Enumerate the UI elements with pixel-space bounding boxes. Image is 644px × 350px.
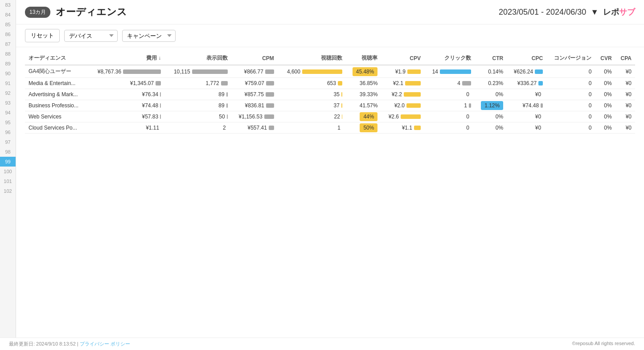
row-number: 83 [0, 0, 16, 10]
col-cpa[interactable]: CPA [615, 52, 635, 65]
col-cpc[interactable]: CPC [507, 52, 546, 65]
col-vtr[interactable]: 視聴率 [346, 52, 381, 65]
row-number: 86 [0, 29, 16, 39]
row-number: 84 [0, 10, 16, 20]
header-row: オーディエンス 費用 ↓ 表示回数 CPM 視聴回数 視聴率 CPV クリック数… [25, 52, 635, 65]
row-number: 89 [0, 59, 16, 69]
period-badge: 13カ月 [25, 7, 50, 18]
table-row: GA4関心ユーザー¥8,767.36 10,115 ¥866.77 4,600 … [25, 65, 635, 78]
table-row: Web Services¥57.83 50 ¥1,156.53 22 44%¥2… [25, 111, 635, 122]
col-cvr[interactable]: CVR [595, 52, 615, 65]
table-row: Advertising & Mark...¥76.34 89 ¥857.75 3… [25, 89, 635, 100]
col-views[interactable]: 視聴回数 [278, 52, 346, 65]
col-cost[interactable]: 費用 ↓ [87, 52, 164, 65]
reset-button[interactable]: リセット [25, 29, 60, 42]
toolbar: リセット デバイス キャンペーン [16, 24, 644, 47]
header: 13カ月 オーディエンス 2023/05/01 - 2024/06/30 ▼ レ… [16, 0, 644, 24]
table-row: Media & Entertain...¥1,345.07 1,772 ¥759… [25, 78, 635, 89]
col-impressions[interactable]: 表示回数 [164, 52, 231, 65]
date-range: 2023/05/01 - 2024/06/30 [499, 8, 586, 17]
date-range-dropdown[interactable]: ▼ [591, 8, 599, 17]
header-right: 2023/05/01 - 2024/06/30 ▼ レポサブ [499, 7, 635, 17]
row-number: 90 [0, 69, 16, 78]
campaign-dropdown[interactable]: キャンペーン [122, 30, 176, 42]
col-audience[interactable]: オーディエンス [25, 52, 87, 65]
data-table: オーディエンス 費用 ↓ 表示回数 CPM 視聴回数 視聴率 CPV クリック数… [25, 52, 635, 134]
row-number: 88 [0, 49, 16, 59]
table-row: Cloud Services Po...¥1.11 2 ¥557.41 1 50… [25, 122, 635, 134]
row-number: 94 [0, 108, 16, 118]
col-ctr[interactable]: CTR [475, 52, 507, 65]
row-number: 97 [0, 137, 16, 147]
table-header: オーディエンス 費用 ↓ 表示回数 CPM 視聴回数 視聴率 CPV クリック数… [25, 52, 635, 65]
table-body: GA4関心ユーザー¥8,767.36 10,115 ¥866.77 4,600 … [25, 65, 635, 134]
table-row: Business Professio...¥74.48 89 ¥836.81 3… [25, 100, 635, 111]
col-cpm[interactable]: CPM [231, 52, 278, 65]
page-title: オーディエンス [56, 5, 127, 19]
table-container: オーディエンス 費用 ↓ 表示回数 CPM 視聴回数 視聴率 CPV クリック数… [16, 47, 644, 138]
row-number: 92 [0, 88, 16, 98]
row-number: 87 [0, 39, 16, 49]
logo: レポサブ [603, 7, 635, 17]
row-number: 96 [0, 127, 16, 137]
row-number: 95 [0, 118, 16, 127]
device-dropdown[interactable]: デバイス [64, 30, 118, 42]
row-number: 93 [0, 98, 16, 108]
col-clicks[interactable]: クリック数 [424, 52, 475, 65]
col-cpv[interactable]: CPV [381, 52, 424, 65]
row-number: 91 [0, 78, 16, 88]
row-number: 98 [0, 147, 16, 156]
row-numbers: 8384858687888990919293949596979899100101… [0, 0, 16, 156]
row-number: 85 [0, 20, 16, 29]
col-conversions[interactable]: コンバージョン [546, 52, 595, 65]
